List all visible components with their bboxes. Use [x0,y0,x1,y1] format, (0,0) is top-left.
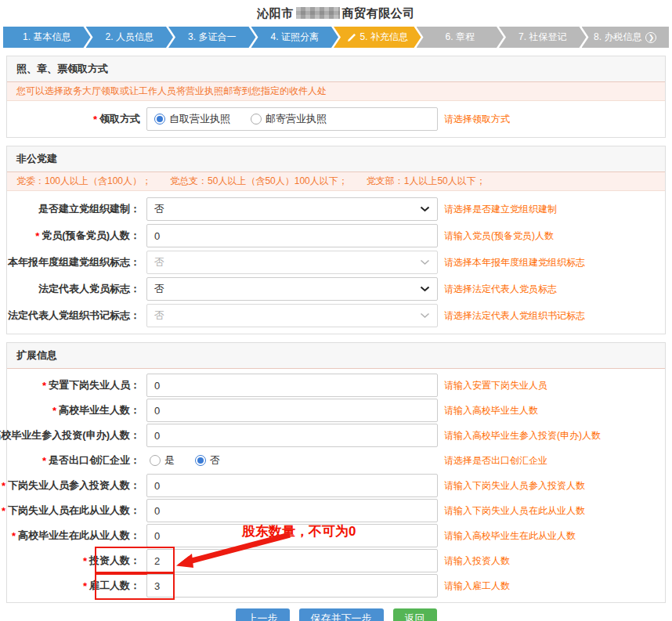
bottom-button-bar: 上一步 保存并下一步 返回 [0,608,672,621]
field-hint: 请选择法定代表人党组织书记标志 [444,309,585,323]
wizard-step-bar: 1. 基本信息 2. 人员信息 3. 多证合一 4. 证照分离 5. 补充信息 … [3,27,669,48]
laid-off-placement-input[interactable]: 0 [146,374,438,397]
party-members-input[interactable]: 0 [146,224,438,247]
panel-pickup-title: 照、章、票领取方式 [7,56,665,82]
field-label: 雇工人数： [89,579,140,593]
field-hint: 请输入高校毕业生参入投资(申办)人数 [444,429,601,442]
field-hint: 请输入下岗失业人员在此从业人数 [444,504,585,518]
radio-unchecked-icon[interactable] [251,114,262,125]
step-personnel-info[interactable]: 2. 人员信息 [86,27,174,48]
prev-step-button[interactable]: 上一步 [236,608,290,621]
radio-checked-icon[interactable] [154,114,165,125]
field-label: 法定代表人党员标志： [38,282,140,296]
chevron-down-icon [420,206,430,212]
legal-rep-secretary-flag-select: 否 [146,304,438,327]
field-label: 领取方式 [99,112,140,126]
radio-option-self-pickup[interactable]: 自取营业执照 [154,112,230,126]
radio-option-mail[interactable]: 邮寄营业执照 [251,112,327,126]
required-asterisk: * [2,505,5,517]
party-org-select[interactable]: 否 [146,197,438,221]
form-row-annual-org-flag: 本年报年度组建党组织标志： 否 请选择本年报年度组建党组织标志 [7,251,665,274]
form-row-party-members: * 党员(预备党员)人数： 0 请输入党员(预备党员)人数 [7,224,665,247]
chevron-down-icon [420,286,430,292]
form-row-legal-rep-secretary-flag: 法定代表人党组织书记标志： 否 请选择法定代表人党组织书记标志 [7,304,665,327]
field-label: 下岗失业人员在此从业人数： [8,504,140,518]
company-name-prefix: 沁阳市 [257,6,294,20]
form-row-laid-off-investment: * 下岗失业人员参入投资人数： 0 请输入下岗失业人员参入投资人数 [7,474,665,497]
field-label: 投资人数： [89,554,140,568]
field-label: 本年报年度组建党组织标志： [8,255,140,269]
pickup-method-radio-box: 自取营业执照 邮寄营业执照 [146,107,438,131]
legal-rep-party-flag-select[interactable]: 否 [146,277,438,301]
field-label: 高校毕业生参入投资(申办)人数： [0,428,140,442]
step-cert-separation[interactable]: 4. 证照分离 [251,27,339,48]
field-label: 是否出口创汇企业： [49,453,140,468]
form-row-graduates-investment: * 高校毕业生参入投资(申办)人数： 0 请输入高校毕业生参入投资(申办)人数 [7,424,665,447]
circle-arrow-icon[interactable]: ❯ [645,32,656,43]
field-label: 安置下岗失业人员： [49,378,140,392]
page-title: 沁阳市商贸有限公司 [0,0,672,21]
panel-extended-info: 扩展信息 * 安置下岗失业人员： 0 请输入安置下岗失业人员 * 高校毕业生人数… [6,342,666,603]
chevron-down-icon [420,312,430,319]
field-hint: 请选择是否建立党组织建制 [444,203,557,216]
field-hint: 请选择本年报年度组建党组织标志 [444,256,585,269]
graduates-count-input[interactable]: 0 [146,399,438,422]
field-hint: 请选择法定代表人党员标志 [444,283,557,296]
step-social-security: 7. 社保登记 [499,27,587,48]
field-hint: 请输入高校毕业生在此从业人数 [444,529,576,543]
field-hint: 请选择是否出口创汇企业 [444,454,547,468]
form-row-investors-count: * 投资人数： 2 请输入投资人数 [7,549,665,572]
field-label: 是否建立党组织建制： [38,202,140,216]
step-multi-cert[interactable]: 3. 多证合一 [168,27,256,48]
field-label: 高校毕业生在此从业人数： [18,529,140,543]
field-hint: 请输入党员(预备党员)人数 [444,229,554,243]
panel-party-title: 非公党建 [7,146,665,172]
back-button[interactable]: 返回 [393,608,437,621]
field-label: 高校毕业生人数： [59,403,140,417]
pencil-icon [347,33,356,42]
export-enterprise-radio-group: 是 否 [146,453,438,468]
required-asterisk: * [93,114,97,125]
laid-off-employed-input[interactable]: 0 [146,499,438,522]
radio-unchecked-icon[interactable] [150,455,161,466]
field-hint: 请选择领取方式 [444,113,510,126]
field-label: 法定代表人党组织书记标志： [8,309,140,323]
field-label: 下岗失业人员参入投资人数： [8,478,140,493]
step-basic-info[interactable]: 1. 基本信息 [3,27,91,48]
pickup-notice: 您可以选择政务大厅领取或让工作人员将营业执照邮寄到您指定的收件人处 [7,82,665,101]
field-hint: 请输入高校毕业生人数 [444,404,538,417]
annual-org-flag-select: 否 [146,251,438,274]
required-asterisk: * [42,455,46,467]
company-name-suffix: 商贸有限公司 [342,6,415,20]
radio-option-no[interactable]: 否 [195,453,220,468]
required-asterisk: * [2,480,5,492]
required-asterisk: * [83,580,87,592]
censored-block [296,7,340,19]
chevron-down-icon [420,259,430,265]
field-hint: 请输入安置下岗失业人员 [444,379,547,392]
laid-off-investment-input[interactable]: 0 [146,474,438,497]
form-row-graduates-count: * 高校毕业生人数： 0 请输入高校毕业生人数 [7,399,665,422]
party-notice: 党委：100人以上（含100人）； 党总支：50人以上（含50人）100人以下；… [7,172,665,191]
employees-count-input[interactable]: 3 [146,574,438,598]
required-asterisk: * [35,230,39,242]
form-row-laid-off-employed: * 下岗失业人员在此从业人数： 0 请输入下岗失业人员在此从业人数 [7,499,665,522]
form-row-laid-off-placement: * 安置下岗失业人员： 0 请输入安置下岗失业人员 [7,374,665,397]
graduates-investment-input[interactable]: 0 [146,424,438,447]
field-hint: 请输入投资人数 [444,554,510,568]
radio-checked-icon[interactable] [195,455,206,466]
step-charter: 6. 章程 [417,27,504,48]
form-row-employees-count: * 雇工人数： 3 请输入雇工人数 [7,574,665,598]
required-asterisk: * [52,405,56,417]
radio-option-yes[interactable]: 是 [150,453,175,468]
step-supplementary-info[interactable]: 5. 补充信息 [334,27,421,48]
form-row-pickup-method: * 领取方式 自取营业执照 邮寄营业执照 请选择领取方式 [7,107,665,131]
field-hint: 请输入下岗失业人员参入投资人数 [444,479,585,493]
panel-extended-title: 扩展信息 [7,343,665,369]
save-next-button[interactable]: 保存并下一步 [299,608,384,621]
required-asterisk: * [12,530,16,542]
panel-pickup-method: 照、章、票领取方式 您可以选择政务大厅领取或让工作人员将营业执照邮寄到您指定的收… [6,56,666,138]
panel-party-building: 非公党建 党委：100人以上（含100人）； 党总支：50人以上（含50人）10… [6,146,666,334]
field-hint: 请输入雇工人数 [444,579,510,593]
required-asterisk: * [42,380,46,392]
